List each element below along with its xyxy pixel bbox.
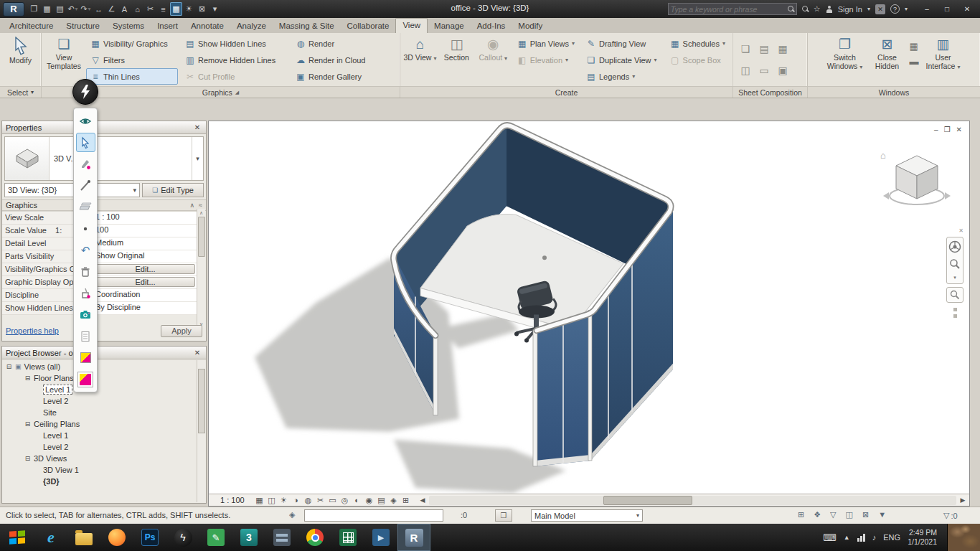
magnifier-icon[interactable] <box>950 290 960 300</box>
graphics-section-header[interactable]: Graphics ∧ ≈ <box>2 199 206 211</box>
workset-field[interactable] <box>304 509 443 522</box>
ribbon-button[interactable]: ✎Drafting View▾ <box>582 35 663 52</box>
taskbar-spreadsheet[interactable] <box>331 524 364 551</box>
ribbon-tab[interactable]: Insert <box>151 19 184 33</box>
edit-type-button[interactable]: ❏ Edit Type <box>142 183 204 197</box>
close-icon[interactable]: ✕ <box>958 227 963 234</box>
type-selector[interactable]: 3D V... ▾ <box>4 136 204 181</box>
section-icon[interactable]: ✂▾ <box>144 2 156 16</box>
worksets-status-icon[interactable]: ◈ <box>289 510 295 519</box>
browser-item-ceiling-plans[interactable]: ⊟Ceiling Plans <box>2 418 206 430</box>
taskbar-notes-app[interactable]: ✎ <box>199 524 232 551</box>
browser-item-level-2[interactable]: Level 2 <box>2 395 206 407</box>
ribbon-tab[interactable]: Modify <box>512 19 549 33</box>
infocenter-search[interactable] <box>668 3 797 15</box>
ribbon-button[interactable]: ▽Filters <box>86 52 178 68</box>
expander-icon[interactable]: ⊟ <box>24 455 31 462</box>
redo-icon[interactable]: ↷▾ <box>80 2 92 16</box>
ribbon-tab[interactable]: Analyze <box>230 19 273 33</box>
ribbon-tab[interactable]: Manage <box>428 19 471 33</box>
sign-in-button[interactable]: Sign In <box>838 5 862 14</box>
dimension-icon[interactable]: ∠▾ <box>105 2 118 16</box>
ribbon-tab[interactable]: View <box>395 18 428 33</box>
application-menu-button[interactable]: R <box>3 2 24 17</box>
dialog-launcher-icon[interactable]: ◢ <box>235 90 239 95</box>
open-icon[interactable]: ❒▾ <box>28 2 40 16</box>
constraints-icon[interactable]: ⊞ <box>400 496 412 505</box>
color-swatch-icon[interactable] <box>76 348 95 367</box>
property-value[interactable]: Edit... <box>94 263 197 276</box>
scrollbar-thumb[interactable] <box>198 217 205 257</box>
trash-icon[interactable] <box>76 262 95 281</box>
tab-views-icon[interactable]: ▦ <box>910 41 919 52</box>
scrollbar-thumb[interactable] <box>603 496 693 505</box>
ribbon-button[interactable]: ▦Plan Views▾ <box>513 35 579 52</box>
properties-title-bar[interactable]: Properties ✕ <box>2 121 206 134</box>
selection-filter[interactable]: ▽ :0 <box>943 511 958 520</box>
select-pinned-icon[interactable]: ⊠ <box>862 510 869 519</box>
show-desktop-corner[interactable] <box>947 524 980 551</box>
section-jump-icon[interactable]: ≈ <box>199 202 202 209</box>
ribbon-tab[interactable]: Collaborate <box>341 19 396 33</box>
taskbar-picpick[interactable]: ϟ <box>166 524 199 551</box>
revisions-icon[interactable]: ▦ <box>778 43 787 55</box>
search-icon[interactable] <box>788 6 794 12</box>
scrollbar-thumb[interactable] <box>198 369 205 433</box>
zoom-icon[interactable] <box>949 258 961 270</box>
scale-button[interactable]: 1 : 100 <box>220 496 253 504</box>
ribbon-button[interactable]: ❏Duplicate View▾ <box>582 52 663 68</box>
text-icon[interactable]: A▾ <box>118 2 131 16</box>
undo-icon[interactable]: ↶ <box>76 240 95 260</box>
whiteboard-icon[interactable] <box>76 197 95 217</box>
scroll-right-icon[interactable]: ▶ <box>958 496 968 504</box>
browser-item-site[interactable]: Site <box>2 407 206 418</box>
ribbon-button[interactable]: ☁Render in Cloud <box>291 52 379 68</box>
volume-icon[interactable]: ♪ <box>872 533 877 542</box>
design-options-icon[interactable]: ❖ <box>814 510 821 519</box>
ribbon-tab[interactable]: Systems <box>106 19 151 33</box>
guide-grid-icon[interactable]: ◫ <box>740 65 750 76</box>
sun-path-icon[interactable]: ☀ <box>278 496 290 505</box>
visual-style-icon[interactable]: ◫ <box>265 496 278 505</box>
crop-view-icon[interactable]: ✂ <box>314 496 326 505</box>
browser-scrollbar[interactable] <box>197 360 205 502</box>
cursor-icon[interactable] <box>76 133 95 152</box>
properties-scrollbar[interactable]: ∧ ∨ <box>197 209 205 328</box>
ribbon-button[interactable]: ◍Render <box>291 35 379 52</box>
modify-button[interactable]: Modify <box>3 35 38 66</box>
expander-icon[interactable]: ⊟ <box>24 420 31 428</box>
worksharing-display-icon[interactable]: ▤ <box>375 496 387 505</box>
ribbon-button[interactable]: ▤Show Hidden Lines <box>181 35 288 52</box>
render-dialog-icon[interactable]: ◍ <box>302 496 314 505</box>
minimize-button[interactable]: – <box>917 3 937 16</box>
property-value[interactable]: 1 : 100 <box>94 212 197 225</box>
ribbon-button[interactable]: ▦Schedules▾ <box>666 35 730 52</box>
maximize-button[interactable]: □ <box>937 3 957 16</box>
keyboard-icon[interactable]: ⌨ <box>823 532 837 543</box>
help-icon[interactable]: ? <box>890 4 900 14</box>
sign-in-dropdown-icon[interactable]: ▾ <box>867 6 870 12</box>
exchange-apps-icon[interactable]: ✕ <box>875 4 885 14</box>
ribbon-button[interactable]: ◧Elevation▾ <box>513 52 579 68</box>
ribbon-tab[interactable]: Annotate <box>184 19 230 33</box>
properties-help-link[interactable]: Properties help <box>6 326 59 335</box>
displaced-elements-icon[interactable]: ◈ <box>387 496 400 505</box>
main-model-select[interactable]: Main Model ▾ <box>531 509 643 522</box>
thin-lines-icon[interactable]: ≡▾ <box>157 2 169 16</box>
dot-icon[interactable] <box>76 219 95 238</box>
ribbon-button[interactable]: ▤Legends▾ <box>582 68 663 85</box>
taskbar-revit[interactable]: R <box>397 524 430 551</box>
type-selector-dropdown-icon[interactable]: ▾ <box>192 137 203 180</box>
search-input[interactable] <box>671 5 788 14</box>
capture-icon[interactable] <box>76 305 95 324</box>
show-icon[interactable] <box>76 111 95 131</box>
ribbon-button[interactable]: ✂Cut Profile <box>181 68 288 85</box>
horizontal-scrollbar[interactable] <box>429 496 956 505</box>
expander-icon[interactable]: ⊟ <box>6 363 12 370</box>
new-sheet-icon[interactable]: ❏ <box>741 43 750 55</box>
view-cube[interactable]: ⌂ <box>877 146 956 217</box>
worksets-icon[interactable]: ⊞ <box>798 510 804 519</box>
highlighter-icon[interactable] <box>76 154 95 174</box>
ribbon-button[interactable]: ▥Remove Hidden Lines <box>181 52 288 68</box>
ribbon-button[interactable]: ▣Render Gallery <box>291 68 379 85</box>
